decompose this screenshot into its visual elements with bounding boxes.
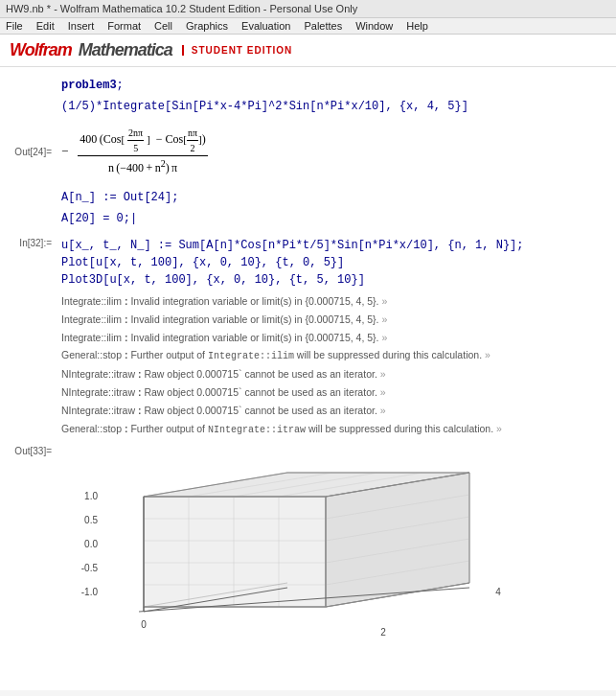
msg-7-content: NIntegrate::itraw : Raw object 0.000715`… (57, 403, 616, 419)
out24-minus: − (61, 142, 68, 161)
out24-numerator: 400 (Cos[ 2nπ 5 ] − Cos[nπ2]) (78, 126, 207, 156)
wolfram-text: Wolfram (10, 40, 72, 59)
msg-5: NIntegrate::itraw : Raw object 0.000715`… (57, 365, 616, 383)
msg-1: Integrate::ilim : Invalid integration va… (57, 292, 616, 311)
logo-bar: Wolfram Mathematica Student Edition (0, 35, 616, 67)
menu-window[interactable]: Window (355, 20, 393, 32)
in32-label: In[32]:= (0, 236, 57, 248)
msg-5-content: NIntegrate::itraw : Raw object 0.000715`… (57, 366, 616, 383)
menu-insert[interactable]: Insert (68, 20, 95, 32)
in32-line2: Plot[u[x, t, 100], {x, 0, 10}, {t, 0, 5}… (61, 254, 612, 271)
svg-text:1.0: 1.0 (84, 491, 98, 501)
in32-cell: In[32]:= u[x_, t_, N_] := Sum[A[n]*Cos[n… (0, 235, 616, 290)
title-text: HW9.nb * - Wolfram Mathematica 10.2 Stud… (6, 3, 357, 14)
msg-1-content: Integrate::ilim : Invalid integration va… (57, 293, 616, 310)
assign2-content: A[20] = 0;| (57, 209, 616, 228)
problem3-content: problem3; (57, 76, 616, 95)
msg-2-content: Integrate::ilim : Invalid integration va… (57, 312, 616, 328)
msg-3-content: Integrate::ilim : Invalid integration va… (57, 330, 616, 346)
out24-fraction: 400 (Cos[ 2nπ 5 ] − Cos[nπ2]) n (−400 + … (78, 126, 207, 176)
in32-line3: Plot3D[u[x, t, 100], {x, 0, 10}, {t, 5, … (61, 271, 612, 289)
out24-cell: Out[24]= − 400 (Cos[ 2nπ 5 ] − Cos[nπ2])… (0, 121, 616, 181)
svg-text:-0.5: -0.5 (81, 563, 99, 573)
menu-help[interactable]: Help (406, 20, 428, 32)
svg-text:0: 0 (141, 619, 147, 630)
out33-content: 1.0 0.5 0.0 -0.5 -1.0 0 2 4 (57, 444, 616, 645)
msg-8-content: General::stop : Further output of NInteg… (57, 421, 616, 438)
menu-format[interactable]: Format (107, 20, 141, 32)
notebook-area: problem3; (1/5)*Integrate[Sin[Pi*x-4*Pi]… (0, 67, 616, 690)
menu-palettes[interactable]: Palettes (304, 20, 342, 32)
svg-text:0.5: 0.5 (84, 515, 98, 525)
svg-text:-1.0: -1.0 (81, 587, 99, 597)
menu-edit[interactable]: Edit (36, 20, 55, 32)
plot3d-svg: 1.0 0.5 0.0 -0.5 -1.0 0 2 4 (57, 444, 565, 645)
svg-text:2: 2 (380, 627, 386, 638)
out24-label: Out[24]= (0, 145, 57, 157)
msg-3: Integrate::ilim : Invalid integration va… (57, 329, 616, 347)
assign2-code: A[20] = 0;| (61, 212, 137, 225)
msg-2: Integrate::ilim : Invalid integration va… (57, 311, 616, 329)
assign1-code: A[n_] := Out[24]; (61, 191, 178, 204)
msg-4-content: General::stop : Further output of Integr… (57, 347, 616, 364)
problem3-label-empty (0, 76, 57, 78)
messages-container: Integrate::ilim : Invalid integration va… (57, 292, 616, 439)
svg-text:0.0: 0.0 (84, 539, 98, 549)
menu-file[interactable]: File (6, 20, 23, 32)
svg-text:4: 4 (495, 587, 501, 597)
msg-8: General::stop : Further output of NInteg… (57, 420, 616, 439)
assign1-label-empty (0, 188, 57, 190)
integrate-label-empty (0, 97, 57, 99)
out33-cell: Out[33]= 1.0 0.5 0.0 -0.5 -1.0 0 2 4 (0, 443, 616, 646)
mathematica-text: Mathematica (79, 40, 172, 59)
integrate-cell: (1/5)*Integrate[Sin[Pi*x-4*Pi]^2*Sin[n*P… (0, 96, 616, 117)
assign2-label-empty (0, 209, 57, 211)
integrate-code: (1/5)*Integrate[Sin[Pi*x-4*Pi]^2*Sin[n*P… (61, 100, 468, 113)
student-edition-label: Student Edition (182, 45, 293, 56)
integrate-content: (1/5)*Integrate[Sin[Pi*x-4*Pi]^2*Sin[n*P… (57, 97, 616, 116)
assign1-cell: A[n_] := Out[24]; (0, 187, 616, 208)
in32-content: u[x_, t_, N_] := Sum[A[n]*Cos[n*Pi*t/5]*… (57, 236, 616, 290)
menu-graphics[interactable]: Graphics (186, 20, 228, 32)
menu-bar: File Edit Insert Format Cell Graphics Ev… (0, 18, 616, 35)
in32-line1: u[x_, t_, N_] := Sum[A[n]*Cos[n*Pi*t/5]*… (61, 237, 612, 254)
assign1-content: A[n_] := Out[24]; (57, 188, 616, 207)
out24-content: − 400 (Cos[ 2nπ 5 ] − Cos[nπ2]) n (−400 … (57, 122, 616, 180)
problem3-cell: problem3; (0, 75, 616, 96)
problem3-text: problem3 (61, 79, 117, 92)
out33-label: Out[33]= (0, 444, 57, 456)
wolfram-logo: Wolfram Mathematica (10, 40, 172, 60)
msg-7: NIntegrate::itraw : Raw object 0.000715`… (57, 402, 616, 420)
title-bar: HW9.nb * - Wolfram Mathematica 10.2 Stud… (0, 0, 616, 18)
menu-evaluation[interactable]: Evaluation (241, 20, 290, 32)
assign2-cell: A[20] = 0;| (0, 208, 616, 229)
msg-6-content: NIntegrate::itraw : Raw object 0.000715`… (57, 384, 616, 401)
msg-6: NIntegrate::itraw : Raw object 0.000715`… (57, 383, 616, 402)
svg-marker-9 (144, 497, 326, 607)
out24-denominator: n (−400 + n2) π (106, 156, 179, 176)
menu-cell[interactable]: Cell (154, 20, 172, 32)
msg-4: General::stop : Further output of Integr… (57, 346, 616, 365)
